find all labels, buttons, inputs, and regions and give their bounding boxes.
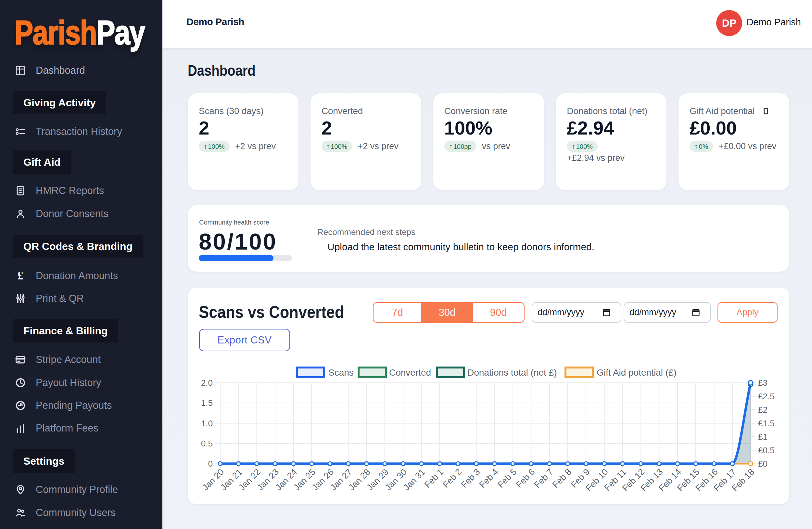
svg-text:Gift Aid potential (£): Gift Aid potential (£) <box>597 368 677 377</box>
svg-text:Feb 2: Feb 2 <box>441 467 464 490</box>
svg-text:Converted: Converted <box>389 368 431 377</box>
svg-text:Feb 5: Feb 5 <box>496 467 518 490</box>
svg-text:Feb 7: Feb 7 <box>532 467 555 490</box>
svg-text:Feb 4: Feb 4 <box>477 467 500 490</box>
svg-text:Feb 1: Feb 1 <box>423 467 445 490</box>
svg-text:Scans: Scans <box>328 368 354 377</box>
svg-text:1.5: 1.5 <box>201 398 213 408</box>
svg-text:£2.5: £2.5 <box>758 391 775 401</box>
svg-text:£1.5: £1.5 <box>758 418 775 428</box>
svg-text:£2: £2 <box>758 405 768 415</box>
svg-text:1.0: 1.0 <box>201 418 213 428</box>
svg-text:Feb 8: Feb 8 <box>551 467 573 490</box>
svg-text:£1: £1 <box>758 432 768 442</box>
svg-text:Feb 6: Feb 6 <box>514 467 537 490</box>
svg-text:Feb 3: Feb 3 <box>459 467 482 490</box>
svg-text:0.5: 0.5 <box>201 439 213 448</box>
svg-text:£3: £3 <box>758 378 768 388</box>
svg-text:0: 0 <box>208 459 213 469</box>
svg-text:2.0: 2.0 <box>201 378 213 388</box>
svg-text:£0.5: £0.5 <box>758 445 775 455</box>
svg-text:£0: £0 <box>758 459 768 469</box>
svg-text:Donations total (net £): Donations total (net £) <box>467 368 557 377</box>
svg-text:£: £ <box>17 270 24 282</box>
